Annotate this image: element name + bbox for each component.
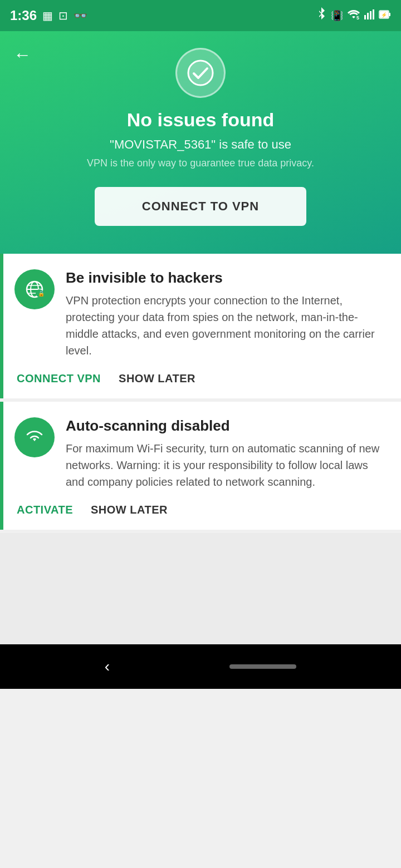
vibrate-icon: 📳 xyxy=(331,9,343,22)
success-icon-circle xyxy=(175,48,226,98)
svg-rect-1 xyxy=(364,15,366,19)
hacker-card-title: Be invisible to hackers xyxy=(66,269,385,287)
svg-text:🔒: 🔒 xyxy=(38,290,45,297)
connect-to-vpn-button[interactable]: CONNECT TO VPN xyxy=(95,187,306,226)
hero-note: VPN is the only way to guarantee true da… xyxy=(87,157,314,169)
shield-globe-icon-circle: 🔒 xyxy=(14,269,55,309)
svg-point-9 xyxy=(188,61,213,85)
status-left: 1:36 ▦ ⊡ 👓 xyxy=(10,8,87,23)
nav-pill xyxy=(229,664,296,669)
svg-text:5: 5 xyxy=(356,15,359,19)
auto-scanning-desc: For maximum Wi-Fi security, turn on auto… xyxy=(66,440,385,490)
wifi-icon-circle xyxy=(14,417,55,457)
svg-rect-6 xyxy=(389,13,390,16)
wifi-icon xyxy=(24,427,45,448)
svg-rect-3 xyxy=(370,11,371,19)
svg-rect-4 xyxy=(373,9,374,19)
card-top: 🔒 Be invisible to hackers VPN protection… xyxy=(14,269,385,359)
connect-vpn-action-button[interactable]: CONNECT VPN xyxy=(17,372,101,385)
nav-bar: ‹ xyxy=(0,644,401,689)
auto-scanning-title: Auto-scanning disabled xyxy=(66,417,385,435)
wifi-status-icon: 5 xyxy=(348,8,360,23)
auto-scanning-card-top: Auto-scanning disabled For maximum Wi-Fi… xyxy=(14,417,385,490)
auto-scanning-actions: ACTIVATE SHOW LATER xyxy=(14,504,385,516)
status-right: 📳 5 ⚡ xyxy=(316,7,391,24)
back-button[interactable]: ← xyxy=(13,45,31,65)
hacker-card-desc: VPN protection encrypts your connection … xyxy=(66,292,385,359)
incognito-icon: 👓 xyxy=(74,9,87,22)
hacker-protection-card: 🔒 Be invisible to hackers VPN protection… xyxy=(0,254,401,398)
shield-globe-icon: 🔒 xyxy=(24,279,45,300)
show-later-hacker-button[interactable]: SHOW LATER xyxy=(119,372,195,385)
show-later-scanning-button[interactable]: SHOW LATER xyxy=(91,504,168,516)
signal-icon xyxy=(364,8,374,23)
hero-subtitle: "MOVISTAR_5361" is safe to use xyxy=(110,137,291,152)
svg-rect-2 xyxy=(367,13,369,19)
notification-icon: ▦ xyxy=(42,9,53,22)
hacker-card-content: Be invisible to hackers VPN protection e… xyxy=(66,269,385,359)
auto-scanning-content: Auto-scanning disabled For maximum Wi-Fi… xyxy=(66,417,385,490)
bluetooth-icon xyxy=(316,7,326,24)
auto-scanning-card: Auto-scanning disabled For maximum Wi-Fi… xyxy=(0,402,401,530)
battery-icon: ⚡ xyxy=(379,8,391,23)
nav-back-button[interactable]: ‹ xyxy=(105,658,110,675)
cards-container: 🔒 Be invisible to hackers VPN protection… xyxy=(0,254,401,530)
photo-icon: ⊡ xyxy=(58,9,68,22)
activate-button[interactable]: ACTIVATE xyxy=(17,504,73,516)
bottom-space xyxy=(0,533,401,644)
status-bar: 1:36 ▦ ⊡ 👓 📳 5 xyxy=(0,0,401,31)
status-time: 1:36 xyxy=(10,8,37,23)
svg-text:⚡: ⚡ xyxy=(381,12,388,18)
hero-title: No issues found xyxy=(127,109,274,131)
check-icon xyxy=(187,60,214,86)
hero-section: ← No issues found "MOVISTAR_5361" is saf… xyxy=(0,31,401,254)
hacker-card-actions: CONNECT VPN SHOW LATER xyxy=(14,372,385,385)
